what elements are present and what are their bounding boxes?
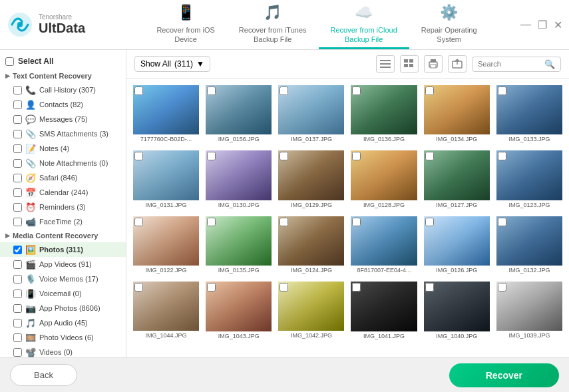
sidebar-item-voice-memos[interactable]: 🎙️Voice Memos (17) xyxy=(0,272,126,286)
photo-checkbox-p14[interactable] xyxy=(207,218,216,226)
photo-checkbox-p17[interactable] xyxy=(425,218,434,226)
tab-itunes[interactable]: 🎵 Recover from iTunesBackup File xyxy=(227,0,319,49)
photo-checkbox-p15[interactable] xyxy=(280,218,288,226)
ios-icon: 📱 xyxy=(177,3,195,23)
photo-checkbox-p10[interactable] xyxy=(352,152,361,160)
list-view-button[interactable] xyxy=(376,55,395,73)
photo-checkbox-p21[interactable] xyxy=(280,283,288,292)
sidebar-item-photos[interactable]: 🖼️Photos (311) xyxy=(0,242,126,257)
photo-item-p4[interactable]: IMG_0136.JPG xyxy=(349,84,418,145)
content-toolbar: Show All (311) ▼ xyxy=(126,50,569,79)
sidebar-section-media[interactable]: ▶ Media Content Recovery xyxy=(0,229,126,242)
photo-item-p18[interactable]: IMG_0132.JPG xyxy=(495,215,564,276)
photo-checkbox-p23[interactable] xyxy=(425,283,434,292)
sidebar-item-app-videos[interactable]: 🎬App Videos (91) xyxy=(0,257,126,272)
photo-checkbox-p8[interactable] xyxy=(207,152,216,160)
sidebar-item-videos[interactable]: 📽️Videos (0) xyxy=(0,345,126,357)
sidebar-item-notes[interactable]: 📝Notes (4) xyxy=(0,141,126,156)
sidebar-item-call-history[interactable]: 📞Call History (307) xyxy=(0,83,126,97)
photo-item-p9[interactable]: IMG_0129.JPG xyxy=(277,149,345,210)
svg-rect-6 xyxy=(409,59,413,63)
photo-item-p6[interactable]: IMG_0133.JPG xyxy=(495,84,564,145)
tab-repair[interactable]: ⚙️ Repair OperatingSystem xyxy=(409,0,489,49)
photo-checkbox-p12[interactable] xyxy=(498,152,506,160)
sidebar-item-photo-videos[interactable]: 🎞️Photo Videos (6) xyxy=(0,330,126,345)
photo-thumb-p9 xyxy=(278,150,344,200)
photo-item-p11[interactable]: IMG_0127.JPG xyxy=(423,149,491,210)
sidebar-item-calendar[interactable]: 📅Calendar (244) xyxy=(0,185,126,200)
show-all-dropdown[interactable]: Show All (311) ▼ xyxy=(134,56,210,72)
photo-item-p1[interactable]: 7177760C-B02D-... xyxy=(132,84,200,145)
photo-label-p9: IMG_0129.JPG xyxy=(278,200,344,210)
sidebar-item-contacts[interactable]: 👤Contacts (82) xyxy=(0,97,126,112)
sidebar-section-text[interactable]: ▶ Text Content Recovery xyxy=(0,69,126,83)
photo-label-p10: IMG_0128.JPG xyxy=(351,200,417,210)
photo-checkbox-p7[interactable] xyxy=(134,152,143,160)
search-box[interactable]: 🔍 xyxy=(472,57,561,72)
photo-checkbox-p22[interactable] xyxy=(352,283,361,292)
photo-item-p8[interactable]: IMG_0130.JPG xyxy=(204,149,273,210)
sidebar-item-app-photos[interactable]: 📷App Photos (8606) xyxy=(0,301,126,315)
export-button[interactable] xyxy=(448,55,467,73)
photo-item-p7[interactable]: IMG_0131.JPG xyxy=(132,149,200,210)
print-button[interactable] xyxy=(424,55,443,73)
photo-item-p12[interactable]: IMG_0123.JPG xyxy=(495,149,564,210)
photo-item-p15[interactable]: IMG_0124.JPG xyxy=(277,215,345,276)
photo-item-p2[interactable]: IMG_0156.JPG xyxy=(204,84,273,145)
photo-item-p22[interactable]: IMG_1041.JPG xyxy=(349,280,418,341)
photo-checkbox-p20[interactable] xyxy=(207,283,216,292)
sidebar-item-reminders[interactable]: ⏰Reminders (3) xyxy=(0,200,126,214)
photo-item-p21[interactable]: IMG_1042.JPG xyxy=(277,280,345,341)
photo-checkbox-p5[interactable] xyxy=(425,87,434,95)
photo-item-p20[interactable]: IMG_1043.JPG xyxy=(204,280,273,341)
photo-item-p23[interactable]: IMG_1040.JPG xyxy=(423,280,491,341)
photo-checkbox-p4[interactable] xyxy=(352,87,361,95)
back-button[interactable]: Back xyxy=(10,364,77,386)
sidebar-item-sms-attachments[interactable]: 📎SMS Attachments (3) xyxy=(0,126,126,141)
photo-checkbox-p6[interactable] xyxy=(498,87,506,95)
photo-item-p10[interactable]: IMG_0128.JPG xyxy=(349,149,418,210)
search-input[interactable] xyxy=(478,60,544,68)
photo-checkbox-p19[interactable] xyxy=(134,283,143,292)
photo-checkbox-p1[interactable] xyxy=(134,87,143,95)
photo-item-p16[interactable]: 8F817007-EE04-4... xyxy=(349,215,418,276)
notes-icon: 📝 xyxy=(25,143,36,154)
photo-thumb-p1 xyxy=(133,85,199,134)
close-button[interactable]: ✕ xyxy=(554,19,562,31)
recover-button[interactable]: Recover xyxy=(449,363,559,387)
photos-icon: 🖼️ xyxy=(25,244,36,255)
photo-checkbox-p16[interactable] xyxy=(352,218,361,226)
photo-item-p17[interactable]: IMG_0126.JPG xyxy=(423,215,491,276)
sidebar-item-note-attachments[interactable]: 📎Note Attachments (0) xyxy=(0,156,126,170)
photo-checkbox-p9[interactable] xyxy=(280,152,288,160)
photo-checkbox-p3[interactable] xyxy=(280,87,288,95)
sidebar-item-messages[interactable]: 💬Messages (75) xyxy=(0,112,126,126)
photo-checkbox-p2[interactable] xyxy=(207,87,216,95)
photo-item-p14[interactable]: IMG_0135.JPG xyxy=(204,215,273,276)
photo-item-p13[interactable]: IMG_0122.JPG xyxy=(132,215,200,276)
photo-checkbox-p18[interactable] xyxy=(498,218,506,226)
photo-item-p24[interactable]: IMG_1039.JPG xyxy=(495,280,564,341)
select-all[interactable]: Select All xyxy=(0,53,126,69)
tab-ios[interactable]: 📱 Recover from iOSDevice xyxy=(144,0,226,49)
minimize-button[interactable]: — xyxy=(520,19,531,31)
sidebar-item-voicemail[interactable]: 📳Voicemail (0) xyxy=(0,286,126,301)
photo-checkbox-p11[interactable] xyxy=(425,152,434,160)
text-section-expand-icon: ▶ xyxy=(5,73,10,79)
sidebar-item-app-audio[interactable]: 🎵App Audio (45) xyxy=(0,315,126,330)
tab-icloud[interactable]: ☁️ Recover from iCloudBackup File xyxy=(319,0,409,49)
photo-item-p3[interactable]: IMG_0137.JPG xyxy=(277,84,345,145)
photo-thumb-p4 xyxy=(351,85,417,134)
sidebar-item-safari[interactable]: 🧭Safari (846) xyxy=(0,170,126,185)
toolbar: Tenorshare UltData 📱 Recover from iOSDev… xyxy=(0,0,569,50)
photo-checkbox-p13[interactable] xyxy=(134,218,143,226)
select-all-checkbox[interactable] xyxy=(5,57,14,66)
photo-item-p5[interactable]: IMG_0134.JPG xyxy=(423,84,491,145)
itunes-icon: 🎵 xyxy=(264,3,282,23)
photo-label-p3: IMG_0137.JPG xyxy=(278,134,344,144)
grid-view-button[interactable] xyxy=(400,55,419,73)
photo-item-p19[interactable]: IMG_1044.JPG xyxy=(132,280,200,341)
sidebar-item-facetime[interactable]: 📹FaceTime (2) xyxy=(0,214,126,229)
photo-checkbox-p24[interactable] xyxy=(498,283,506,292)
maximize-button[interactable]: ❐ xyxy=(538,19,547,31)
